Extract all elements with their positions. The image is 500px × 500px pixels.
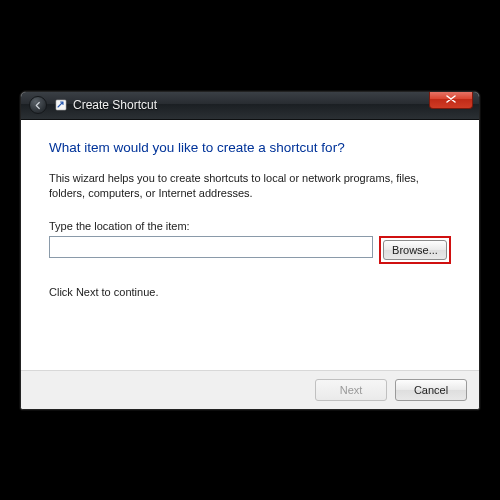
browse-button[interactable]: Browse... (383, 240, 447, 260)
next-button[interactable]: Next (315, 379, 387, 401)
continue-hint: Click Next to continue. (49, 286, 451, 298)
shortcut-icon (55, 99, 67, 111)
location-label: Type the location of the item: (49, 220, 451, 232)
page-heading: What item would you like to create a sho… (49, 140, 451, 155)
titlebar: Create Shortcut (21, 92, 479, 120)
page-description: This wizard helps you to create shortcut… (49, 171, 451, 203)
cancel-button[interactable]: Cancel (395, 379, 467, 401)
content-area: What item would you like to create a sho… (21, 120, 479, 370)
dialog-window: Create Shortcut What item would you like… (20, 91, 480, 410)
back-button[interactable] (29, 96, 47, 114)
close-icon (446, 95, 456, 103)
footer-bar: Next Cancel (21, 370, 479, 409)
close-button[interactable] (429, 91, 473, 109)
browse-highlight: Browse... (379, 236, 451, 264)
back-arrow-icon (34, 101, 43, 110)
location-row: Browse... (49, 236, 451, 264)
window-title: Create Shortcut (73, 98, 157, 112)
location-input[interactable] (49, 236, 373, 258)
